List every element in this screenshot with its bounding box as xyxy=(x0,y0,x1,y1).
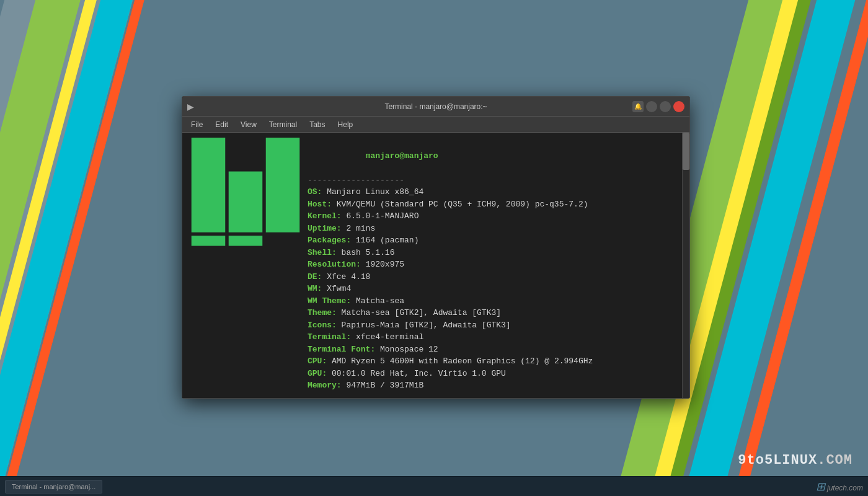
info-line: Memory: 947MiB / 3917MiB xyxy=(308,379,675,392)
info-label: WM Theme: xyxy=(308,296,351,306)
info-line: Host: KVM/QEMU (Standard PC (Q35 + ICH9,… xyxy=(308,198,675,211)
maximize-button[interactable] xyxy=(660,101,671,112)
info-label: Kernel: xyxy=(308,211,342,221)
taskbar: Terminal - manjaro@manj... ⊞ jutech.com xyxy=(0,476,868,496)
taskbar-brand-text: jutech.com xyxy=(827,484,863,492)
terminal-scrollbar[interactable] xyxy=(682,133,689,398)
info-label: Packages: xyxy=(308,236,351,245)
info-label: Terminal Font: xyxy=(308,345,375,354)
info-line: Theme: Matcha-sea [GTK2], Adwaita [GTK3] xyxy=(308,307,675,319)
svg-rect-2 xyxy=(266,138,300,232)
neofetch-logo xyxy=(190,138,308,398)
close-button[interactable] xyxy=(673,101,684,112)
info-value: 1920x975 xyxy=(361,260,404,269)
info-line: Terminal Font: Monospace 12 xyxy=(308,343,675,356)
info-value: Monospace 12 xyxy=(375,345,438,354)
info-value: Xfce 4.18 xyxy=(322,272,370,281)
info-value: KVM/QEMU (Standard PC (Q35 + ICH9, 2009)… xyxy=(332,200,588,209)
watermark: 9to5LINUX.COM xyxy=(738,453,852,468)
menu-edit[interactable]: Edit xyxy=(209,118,234,131)
menu-terminal[interactable]: Terminal xyxy=(263,118,303,131)
svg-rect-3 xyxy=(229,236,263,246)
info-value: AMD Ryzen 5 4600H with Radeon Graphics (… xyxy=(327,356,593,366)
info-label: Memory: xyxy=(308,381,342,390)
info-label: DE: xyxy=(308,272,322,281)
username-line: manjaro@manjaro xyxy=(308,138,675,174)
terminal-titlebar: ▶ Terminal - manjaro@manjaro:~ 🔔 xyxy=(182,97,689,117)
info-value: 6.5.0-1-MANJARO xyxy=(342,211,419,221)
info-lines-container: OS: Manjaro Linux x86_64Host: KVM/QEMU (… xyxy=(308,186,675,392)
info-value: xfce4-terminal xyxy=(351,332,423,342)
titlebar-controls: 🔔 xyxy=(632,101,684,112)
terminal-title: Terminal - manjaro@manjaro:~ xyxy=(384,102,487,111)
watermark-text: 9to5LINUX xyxy=(738,453,817,468)
info-label: Resolution: xyxy=(308,260,361,269)
info-value: 947MiB / 3917MiB xyxy=(342,381,424,390)
svg-rect-4 xyxy=(192,236,226,246)
info-label: Shell: xyxy=(308,248,337,257)
info-label: Terminal: xyxy=(308,332,351,342)
info-label: WM: xyxy=(308,284,322,293)
taskbar-right: ⊞ jutech.com xyxy=(816,480,863,494)
info-label: Icons: xyxy=(308,321,337,330)
info-label: CPU: xyxy=(308,356,327,366)
info-value: bash 5.1.16 xyxy=(337,248,395,257)
neofetch-container: manjaro@manjaro -------------------- OS:… xyxy=(190,138,675,398)
info-line: Packages: 1164 (pacman) xyxy=(308,234,675,247)
menu-view[interactable]: View xyxy=(234,118,263,131)
taskbar-brand-icons: ⊞ xyxy=(816,480,825,493)
info-value: 1164 (pacman) xyxy=(351,236,418,245)
info-value: Matcha-sea xyxy=(351,296,404,306)
username-text: manjaro@manjaro xyxy=(366,151,438,161)
info-label: OS: xyxy=(308,187,322,197)
info-label: Host: xyxy=(308,200,332,209)
info-value: Xfwm4 xyxy=(322,284,351,293)
menu-file[interactable]: File xyxy=(185,118,209,131)
menu-tabs[interactable]: Tabs xyxy=(303,118,331,131)
info-line: CPU: AMD Ryzen 5 4600H with Radeon Graph… xyxy=(308,355,675,368)
info-value: Matcha-sea [GTK2], Adwaita [GTK3] xyxy=(337,308,501,317)
info-value: Manjaro Linux x86_64 xyxy=(322,187,423,197)
bell-button[interactable]: 🔔 xyxy=(632,101,644,112)
info-line: Uptime: 2 mins xyxy=(308,223,675,235)
info-line: GPU: 00:01.0 Red Hat, Inc. Virtio 1.0 GP… xyxy=(308,368,675,380)
neofetch-info: manjaro@manjaro -------------------- OS:… xyxy=(308,138,675,398)
info-value: 00:01.0 Red Hat, Inc. Virtio 1.0 GPU xyxy=(327,369,506,378)
info-label: Theme: xyxy=(308,308,337,317)
info-line: Kernel: 6.5.0-1-MANJARO xyxy=(308,210,675,223)
menu-help[interactable]: Help xyxy=(332,118,360,131)
terminal-content[interactable]: manjaro@manjaro -------------------- OS:… xyxy=(182,133,682,398)
info-line: WM: Xfwm4 xyxy=(308,283,675,295)
terminal-window: ▶ Terminal - manjaro@manjaro:~ 🔔 File Ed… xyxy=(182,96,690,399)
taskbar-terminal-item[interactable]: Terminal - manjaro@manj... xyxy=(5,480,102,494)
info-value: 2 mins xyxy=(342,224,376,233)
taskbar-brand: ⊞ jutech.com xyxy=(816,480,863,494)
svg-rect-1 xyxy=(229,172,263,232)
info-line: DE: Xfce 4.18 xyxy=(308,271,675,283)
info-value: Papirus-Maia [GTK2], Adwaita [GTK3] xyxy=(337,321,511,330)
terminal-app-icon: ▶ xyxy=(187,102,194,112)
info-line: OS: Manjaro Linux x86_64 xyxy=(308,186,675,198)
scrollbar-thumb[interactable] xyxy=(683,133,689,170)
info-label: Uptime: xyxy=(308,224,342,233)
info-line: Resolution: 1920x975 xyxy=(308,259,675,271)
terminal-body: manjaro@manjaro -------------------- OS:… xyxy=(182,133,689,398)
minimize-button[interactable] xyxy=(646,101,657,112)
separator-line: -------------------- xyxy=(308,174,675,187)
titlebar-left: ▶ xyxy=(187,102,194,112)
info-line: WM Theme: Matcha-sea xyxy=(308,295,675,308)
info-line: Icons: Papirus-Maia [GTK2], Adwaita [GTK… xyxy=(308,319,675,332)
svg-rect-0 xyxy=(192,138,226,232)
terminal-menubar: File Edit View Terminal Tabs Help xyxy=(182,117,689,133)
info-label: GPU: xyxy=(308,369,327,378)
watermark-suffix: .COM xyxy=(817,453,852,468)
info-line: Terminal: xfce4-terminal xyxy=(308,331,675,343)
info-line: Shell: bash 5.1.16 xyxy=(308,247,675,259)
